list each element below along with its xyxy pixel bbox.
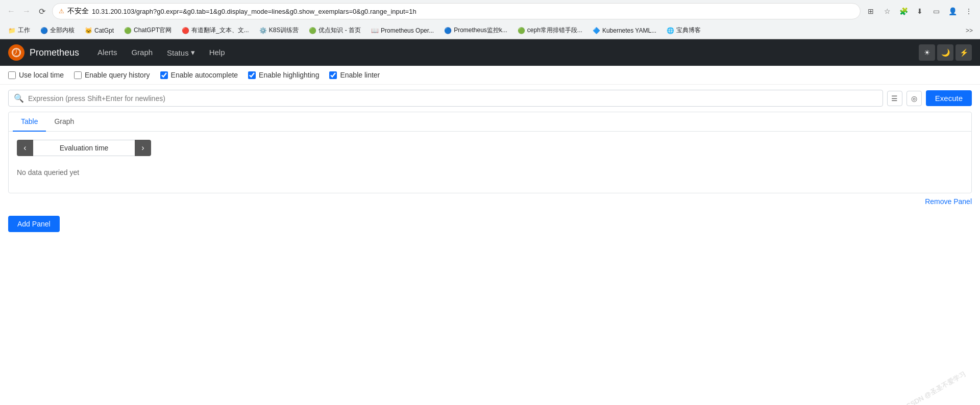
bookmark-item[interactable]: 🐱 CatGpt [81, 26, 118, 36]
enable-autocomplete-label[interactable]: Enable autocomplete [160, 71, 238, 79]
enable-query-history-label[interactable]: Enable query history [74, 71, 150, 79]
browser-toolbar: ← → ⟳ ⚠ 不安全 10.31.200.103/graph?g0.expr=… [0, 0, 980, 22]
theme-auto-button[interactable]: ⚡ [955, 44, 972, 61]
toolbar-actions: ⊞ ☆ 🧩 ⬇ ▭ 👤 ⋮ [864, 4, 976, 18]
enable-linter-label[interactable]: Enable linter [329, 71, 380, 79]
enable-highlighting-text: Enable highlighting [259, 71, 319, 79]
translate-button[interactable]: ⊞ [864, 4, 878, 18]
eval-time-prev-button[interactable]: ‹ [17, 140, 33, 156]
bookmark-button[interactable]: ☆ [880, 4, 894, 18]
bookmark-item[interactable]: 🔴 有道翻译_文本、文... [178, 24, 253, 36]
theme-dark-button[interactable]: 🌙 [937, 44, 953, 61]
back-button[interactable]: ← [4, 4, 18, 18]
query-panel: Table Graph ‹ › No data queried yet [8, 112, 972, 193]
list-view-button[interactable]: ☰ [887, 91, 902, 106]
enable-autocomplete-text: Enable autocomplete [171, 71, 238, 79]
nav-link-status[interactable]: Status ▾ [161, 44, 201, 61]
forward-button[interactable]: → [19, 4, 34, 18]
bookmark-item[interactable]: 🟢 优点知识 - 首页 [305, 24, 365, 36]
browser-chrome: ← → ⟳ ⚠ 不安全 10.31.200.103/graph?g0.expr=… [0, 0, 980, 39]
nav-link-graph[interactable]: Graph [125, 44, 159, 61]
use-local-time-text: Use local time [19, 71, 64, 79]
remove-panel-button[interactable]: Remove Panel [925, 197, 972, 206]
bookmark-icon: 📖 [371, 27, 379, 34]
security-label: 不安全 [67, 7, 89, 16]
navbar: Prometheus Alerts Graph Status ▾ Help ☀ … [0, 39, 980, 66]
bookmark-icon: 🔵 [40, 27, 48, 34]
bookmark-icon: 🌐 [667, 27, 674, 34]
reload-button[interactable]: ⟳ [35, 4, 49, 18]
address-text: 10.31.200.103/graph?g0.expr=&g0.tab=1&g0… [92, 8, 854, 15]
bookmark-item[interactable]: 🌐 宝典博客 [663, 24, 705, 36]
enable-linter-text: Enable linter [340, 71, 380, 79]
dropdown-caret-icon: ▾ [191, 48, 195, 57]
prometheus-logo-icon [11, 47, 21, 58]
remove-panel-wrap: Remove Panel [8, 193, 972, 208]
bookmark-label: 工作 [18, 26, 30, 35]
add-panel-button[interactable]: Add Panel [8, 216, 60, 232]
nav-links: Alerts Graph Status ▾ Help [91, 44, 231, 61]
expression-input-wrap[interactable]: 🔍 [8, 90, 883, 107]
query-bar: 🔍 ☰ ◎ Execute [0, 85, 980, 112]
search-icon: 🔍 [14, 93, 24, 103]
bookmark-label: ChatGPT官网 [134, 26, 172, 35]
extension-button[interactable]: 🧩 [896, 4, 911, 18]
bookmark-icon: ⚙️ [259, 27, 267, 34]
sidebar-button[interactable]: ▭ [929, 4, 943, 18]
bookmark-item[interactable]: 🔷 Kubernetes YAML... [589, 26, 660, 36]
enable-highlighting-checkbox[interactable] [248, 71, 256, 79]
enable-query-history-checkbox[interactable] [74, 71, 82, 79]
bookmark-label: Kubernetes YAML... [602, 27, 656, 34]
eval-time-input[interactable] [33, 140, 135, 156]
menu-button[interactable]: ⋮ [962, 4, 976, 18]
add-panel-wrap: Add Panel [0, 208, 980, 240]
eval-time-bar: ‹ › [17, 140, 151, 156]
bookmark-item[interactable]: 📖 Prometheus Oper... [367, 26, 438, 36]
bookmark-item[interactable]: 📁 工作 [4, 24, 34, 36]
bookmark-label: Prometheus监控k... [454, 26, 507, 35]
bookmark-item[interactable]: 🟢 ChatGPT官网 [120, 24, 176, 36]
metrics-explorer-button[interactable]: ◎ [906, 91, 922, 106]
panel-tabs: Table Graph [9, 112, 971, 132]
bookmarks-expand[interactable]: >> [963, 26, 976, 36]
tab-graph[interactable]: Graph [46, 112, 82, 132]
bookmark-item[interactable]: 🔵 全部内核 [36, 24, 79, 36]
brand-logo [8, 44, 24, 61]
enable-autocomplete-checkbox[interactable] [160, 71, 168, 79]
download-button[interactable]: ⬇ [913, 4, 927, 18]
bookmark-icon: 🔵 [444, 27, 452, 34]
enable-query-history-text: Enable query history [85, 71, 150, 79]
expression-input[interactable] [28, 94, 877, 103]
execute-button[interactable]: Execute [926, 90, 972, 106]
security-icon: ⚠ [59, 8, 64, 15]
enable-linter-checkbox[interactable] [329, 71, 337, 79]
bookmark-item[interactable]: 🔵 Prometheus监控k... [440, 24, 511, 36]
bookmark-icon: 🐱 [85, 27, 92, 34]
no-data-message: No data queried yet [17, 164, 963, 181]
navbar-right: ☀ 🌙 ⚡ [919, 44, 972, 61]
nav-link-alerts[interactable]: Alerts [91, 44, 123, 61]
nav-link-help[interactable]: Help [203, 44, 231, 61]
bookmark-icon: 🔴 [182, 27, 189, 34]
bookmarks-bar: 📁 工作 🔵 全部内核 🐱 CatGpt 🟢 ChatGPT官网 🔴 有道翻译_… [0, 22, 980, 39]
use-local-time-label[interactable]: Use local time [8, 71, 64, 79]
tab-table[interactable]: Table [13, 112, 46, 132]
bookmark-item[interactable]: 🟢 ceph常用排错手段... [513, 24, 586, 36]
bookmark-label: CatGpt [94, 27, 114, 34]
address-bar[interactable]: ⚠ 不安全 10.31.200.103/graph?g0.expr=&g0.ta… [52, 3, 861, 19]
bookmark-item[interactable]: ⚙️ K8S训练营 [255, 24, 303, 36]
bookmark-label: 宝典博客 [676, 26, 701, 35]
use-local-time-checkbox[interactable] [8, 71, 16, 79]
table-panel: ‹ › No data queried yet [9, 132, 971, 193]
nav-link-status-label: Status [167, 48, 189, 57]
bookmark-icon: 🔷 [593, 27, 600, 34]
bookmark-icon: 🟢 [518, 27, 525, 34]
settings-bar: Use local time Enable query history Enab… [0, 66, 980, 85]
navbar-brand[interactable]: Prometheus [8, 44, 79, 61]
theme-light-button[interactable]: ☀ [919, 44, 935, 61]
eval-time-next-button[interactable]: › [135, 140, 151, 156]
profile-button[interactable]: 👤 [945, 4, 960, 18]
enable-highlighting-label[interactable]: Enable highlighting [248, 71, 319, 79]
bookmark-label: K8S训练营 [269, 26, 299, 35]
bookmark-icon: 🟢 [309, 27, 316, 34]
